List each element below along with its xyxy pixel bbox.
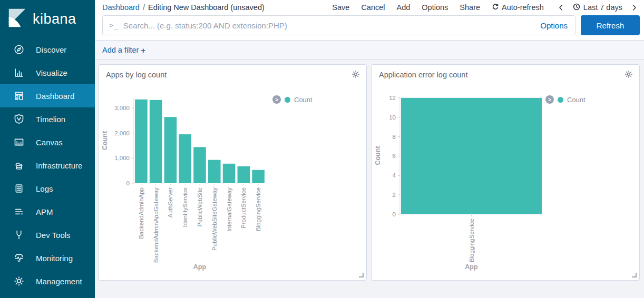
dashboard-icon — [14, 91, 24, 101]
sidebar-item-apm[interactable]: APM — [0, 200, 95, 223]
bar-chart-icon — [14, 67, 24, 78]
svg-text:BackendAdminApp: BackendAdminApp — [138, 187, 144, 239]
sidebar-item-label: Logs — [36, 184, 53, 193]
error-bar-chart[interactable]: 024681012BloggingServiceCountApp — [372, 80, 638, 281]
svg-text:4: 4 — [393, 172, 396, 178]
panel-gear-icon[interactable] — [625, 70, 633, 78]
breadcrumb-dashboard-link[interactable]: Dashboard — [102, 3, 140, 12]
svg-text:3,000: 3,000 — [114, 105, 130, 111]
sidebar-item-label: APM — [36, 207, 53, 216]
sidebar-item-monitoring[interactable]: Monitoring — [0, 246, 95, 270]
refresh-cycle-icon — [492, 3, 499, 12]
svg-text:12: 12 — [389, 95, 396, 101]
chart-legend: > Count — [272, 95, 313, 104]
sidebar-item-label: Discover — [36, 45, 66, 54]
query-prompt-icon: >_ — [109, 21, 118, 29]
breadcrumb-current: Editing New Dashboard (unsaved) — [148, 3, 265, 12]
svg-text:ProductService: ProductService — [240, 187, 247, 229]
panel-title[interactable]: Application error log count — [379, 71, 467, 79]
svg-text:IdentityService: IdentityService — [182, 187, 188, 227]
legend-expand-icon[interactable]: > — [272, 95, 281, 104]
svg-text:0: 0 — [126, 180, 130, 186]
sidebar-item-label: Infrastructure — [36, 161, 82, 170]
svg-text:8: 8 — [393, 134, 396, 140]
svg-text:BackendAdminAppGateway: BackendAdminAppGateway — [153, 187, 159, 263]
search-input[interactable] — [123, 21, 534, 30]
sidebar-item-label: Dev Tools — [36, 231, 71, 240]
add-filter-link[interactable]: Add a filter — [102, 46, 139, 54]
time-picker[interactable]: Last 7 days — [573, 3, 622, 12]
svg-text:BloggingService: BloggingService — [255, 187, 261, 231]
sidebar-item-visualize[interactable]: Visualize — [0, 61, 95, 84]
svg-text:0: 0 — [393, 211, 396, 217]
chart-legend: > Count — [545, 95, 586, 104]
kibana-logo-icon — [6, 7, 28, 31]
sidebar-item-infrastructure[interactable]: Infrastructure — [0, 154, 95, 177]
svg-text:PublicWebSiteGateway: PublicWebSiteGateway — [211, 187, 218, 251]
legend-expand-icon[interactable]: > — [545, 95, 554, 104]
sidebar-item-canvas[interactable]: Canvas — [0, 131, 95, 154]
canvas-frame-icon — [14, 137, 24, 147]
legend-series-label[interactable]: Count — [567, 96, 586, 104]
breadcrumb: Dashboard / Editing New Dashboard (unsav… — [102, 3, 265, 12]
refresh-button[interactable]: Refresh — [581, 15, 640, 35]
sidebar-item-label: Dashboard — [36, 92, 74, 101]
chevron-right-icon[interactable] — [631, 4, 638, 11]
chevron-left-icon[interactable] — [558, 4, 564, 11]
filter-bar: Add a filter + — [95, 41, 644, 60]
wrench-icon — [14, 230, 24, 240]
sidebar-item-dashboard[interactable]: Dashboard — [0, 84, 95, 107]
apm-lines-icon — [14, 206, 24, 217]
search-box: >_ Options — [102, 15, 575, 35]
panel-title[interactable]: Apps by log count — [106, 71, 167, 79]
panel-application-error-log-count: Application error log count 024681012Blo… — [371, 64, 640, 281]
cloud-server-icon — [14, 160, 24, 171]
main-area: Dashboard / Editing New Dashboard (unsav… — [95, 0, 644, 298]
search-row: >_ Options Refresh — [95, 15, 644, 40]
options-button[interactable]: Options — [422, 3, 448, 12]
save-button[interactable]: Save — [332, 3, 349, 12]
sidebar-item-timelion[interactable]: Timelion — [0, 107, 95, 131]
auto-refresh-label: Auto-refresh — [502, 3, 544, 12]
time-nav: Last 7 days — [558, 3, 638, 12]
cancel-button[interactable]: Cancel — [361, 3, 385, 12]
app-root: kibana Discover Visualize Dashboard Time… — [0, 0, 644, 298]
svg-text:Count: Count — [374, 146, 382, 165]
gear-icon — [14, 276, 24, 286]
plus-icon[interactable]: + — [141, 46, 145, 55]
svg-text:Count: Count — [101, 131, 109, 150]
svg-text:1,000: 1,000 — [114, 155, 130, 161]
apps-bar-chart[interactable]: 01,0002,0003,000BackendAdminAppBackendAd… — [99, 80, 367, 281]
logs-scroll-icon — [14, 183, 24, 194]
top-header: Dashboard / Editing New Dashboard (unsav… — [95, 0, 644, 41]
sidebar-nav: Discover Visualize Dashboard Timelion Ca… — [0, 38, 95, 293]
sidebar-item-label: Management — [36, 277, 82, 286]
panel-gear-icon[interactable] — [352, 70, 360, 78]
query-options-link[interactable]: Options — [540, 21, 568, 30]
sidebar-item-label: Timelion — [36, 115, 65, 124]
svg-text:InternalGateway: InternalGateway — [226, 187, 232, 232]
svg-text:2,000: 2,000 — [114, 130, 130, 136]
kibana-logo[interactable]: kibana — [0, 0, 95, 38]
breadcrumb-separator: / — [143, 3, 145, 12]
kibana-logo-text: kibana — [33, 11, 76, 27]
sidebar-item-management[interactable]: Management — [0, 270, 95, 293]
legend-series-dot — [285, 97, 290, 103]
svg-text:AuthServer: AuthServer — [167, 187, 173, 218]
panel-resize-handle[interactable] — [632, 273, 637, 277]
sidebar-item-dev-tools[interactable]: Dev Tools — [0, 223, 95, 246]
panel-resize-handle[interactable] — [359, 273, 364, 277]
auto-refresh-button[interactable]: Auto-refresh — [492, 3, 544, 12]
add-button[interactable]: Add — [397, 3, 411, 12]
shield-icon — [14, 114, 24, 124]
svg-text:6: 6 — [393, 153, 396, 159]
svg-text:PublicWebSite: PublicWebSite — [197, 187, 203, 227]
svg-text:2: 2 — [393, 192, 396, 198]
share-button[interactable]: Share — [460, 3, 480, 12]
svg-text:App: App — [193, 263, 207, 271]
sidebar-item-logs[interactable]: Logs — [0, 177, 95, 200]
sidebar-item-discover[interactable]: Discover — [0, 38, 95, 61]
legend-series-label[interactable]: Count — [294, 96, 313, 104]
compass-icon — [14, 44, 24, 55]
time-range-label: Last 7 days — [583, 3, 622, 12]
